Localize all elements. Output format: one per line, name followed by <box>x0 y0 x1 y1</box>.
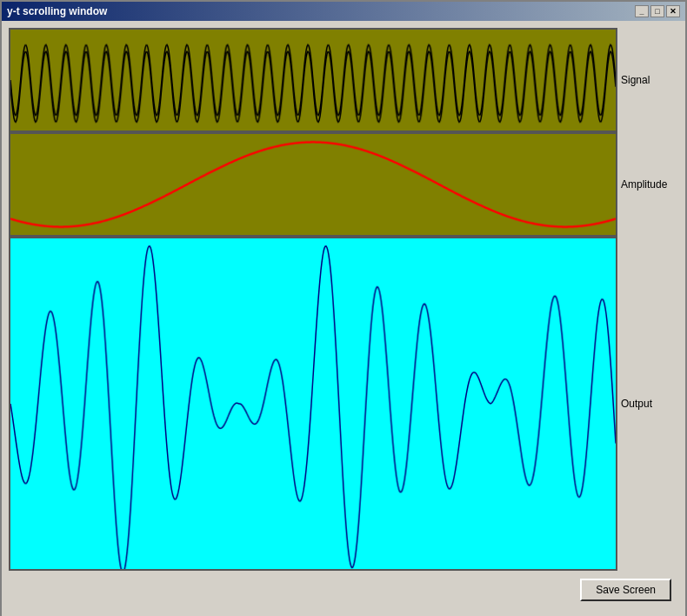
labels-column: Signal Amplitude Output <box>617 28 678 571</box>
output-canvas <box>10 238 616 569</box>
signal-chart <box>9 28 617 132</box>
charts-column <box>9 28 617 571</box>
amplitude-chart <box>9 132 617 237</box>
amplitude-canvas <box>10 134 616 235</box>
main-window: y-t scrolling window _ □ ✕ Signal Am <box>0 0 687 616</box>
title-bar: y-t scrolling window _ □ ✕ <box>2 2 685 21</box>
signal-label: Signal <box>621 28 678 132</box>
output-chart <box>9 237 617 571</box>
signal-canvas <box>10 30 616 131</box>
window-title: y-t scrolling window <box>7 5 107 17</box>
title-bar-buttons: _ □ ✕ <box>635 5 680 17</box>
window-content: Signal Amplitude Output Save Screen <box>2 21 685 616</box>
output-label: Output <box>621 237 678 571</box>
amplitude-label: Amplitude <box>621 132 678 237</box>
close-button[interactable]: ✕ <box>666 5 680 17</box>
bottom-bar: Save Screen <box>9 571 678 609</box>
charts-area: Signal Amplitude Output <box>9 28 678 571</box>
save-screen-button[interactable]: Save Screen <box>580 579 671 601</box>
maximize-button[interactable]: □ <box>650 5 664 17</box>
minimize-button[interactable]: _ <box>635 5 649 17</box>
